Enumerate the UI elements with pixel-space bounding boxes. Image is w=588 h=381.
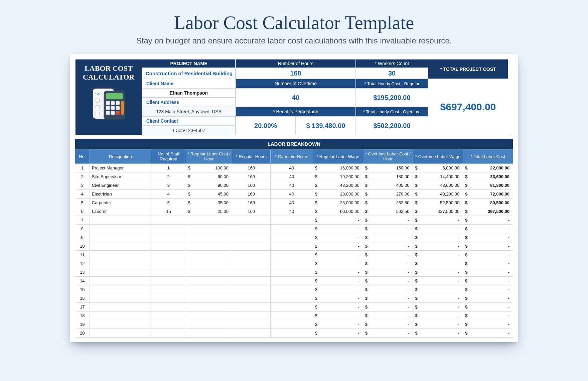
calculator-icon [90,85,127,122]
table-row: 4Electrician445.001604028,800.00270.0043… [75,190,513,199]
breakdown-title: LABOR BREAKDOWN [75,139,513,149]
client-contact-label: Client Contact [142,116,236,126]
cell-reg-hours: 160 [232,190,270,199]
cell-staff [151,242,186,251]
cell-ot-hours: 40 [271,207,313,216]
cell-reg-hours [232,320,270,329]
cell-ot-hours [271,268,313,277]
cell-rate: 25.00 [186,207,232,216]
cell-designation [90,294,151,303]
cell-staff [151,259,186,268]
cell-reg-hours: 160 [232,172,270,181]
cell-no: 11 [75,251,90,259]
cell-no: 14 [75,277,90,285]
cell-ot-rate: 180.00 [363,172,413,181]
cell-designation [90,285,151,294]
svg-rect-9 [116,101,120,105]
cell-ot-wage: - [413,320,463,329]
cell-ot-hours [271,233,313,242]
table-row: 16---- [75,294,513,303]
cell-no: 3 [75,181,90,190]
cell-no: 10 [75,242,90,251]
cell-ot-wage: 43,200.00 [413,190,463,199]
table-row: 19---- [75,320,513,329]
cell-reg-wage: 28,000.00 [313,199,363,207]
cell-ot-wage: - [413,242,463,251]
cell-ot-wage: - [413,285,463,294]
cell-ot-rate: - [363,329,413,338]
cell-no: 18 [75,311,90,320]
hourly-cost-block: * Total Hourly Cost - Regular $195,200.0… [356,79,428,135]
cell-ot-hours [271,285,313,294]
cell-no: 6 [75,207,90,216]
table-row: 7---- [75,216,513,225]
total-cost-label: * TOTAL PROJECT COST [428,59,508,79]
breakdown-header: No. Designation No. of Staff Required * … [75,149,513,164]
cell-designation: Carpenter [90,199,151,207]
cell-ot-hours [271,259,313,268]
cell-rate: 35.00 [186,199,232,207]
cell-ot-rate: 562.50 [363,207,413,216]
table-row: 14---- [75,277,513,285]
cell-ot-rate: - [363,277,413,285]
cell-rate [186,225,232,233]
summary-grid: LABOR COST CALCULATOR [75,59,513,135]
cell-total: - [463,242,513,251]
calculator-title-block: LABOR COST CALCULATOR [75,59,142,135]
svg-rect-6 [106,93,123,99]
cell-ot-rate: 270.00 [363,190,413,199]
svg-rect-10 [106,106,110,110]
cell-staff [151,233,186,242]
cell-total: 33,600.00 [463,172,513,181]
cell-reg-wage: - [313,216,363,225]
cell-ot-hours: 40 [271,172,313,181]
cell-reg-wage: - [313,242,363,251]
table-row: 17---- [75,303,513,311]
cell-ot-hours: 40 [271,181,313,190]
cell-reg-hours [232,251,270,259]
table-row: 1Project Manager1100.001604016,000.00150… [75,164,513,172]
table-row: 13---- [75,268,513,277]
svg-rect-3 [96,105,100,109]
col-ot-wage: * Overtime Labor Wage [413,149,463,164]
cell-ot-rate: - [363,311,413,320]
cell-no: 5 [75,199,90,207]
cell-reg-hours [232,311,270,320]
workers-value: 30 [356,68,428,79]
cell-reg-wage: 19,200.00 [313,172,363,181]
cell-reg-hours: 160 [232,164,270,172]
cell-staff: 5 [151,199,186,207]
cell-reg-wage: - [313,329,363,338]
cell-staff [151,294,186,303]
cell-rate [186,251,232,259]
cell-rate [186,268,232,277]
table-row: 18---- [75,311,513,320]
table-row: 6Laborer1525.001604060,000.00562.50337,5… [75,207,513,216]
cell-reg-hours [232,285,270,294]
cell-no: 7 [75,216,90,225]
table-row: 20---- [75,329,513,338]
svg-rect-7 [106,101,110,105]
cell-reg-hours [232,294,270,303]
cell-ot-wage: - [413,329,463,338]
cell-reg-hours [232,303,270,311]
reg-hourly-label: * Total Hourly Cost - Regular [356,79,428,88]
cell-reg-hours [232,259,270,268]
cell-total: - [463,277,513,285]
cell-designation [90,251,151,259]
cell-total: - [463,303,513,311]
cell-rate [186,311,232,320]
cell-reg-hours [232,329,270,338]
cell-staff [151,303,186,311]
cell-no: 12 [75,259,90,268]
cell-total: - [463,329,513,338]
cell-designation: Electrician [90,190,151,199]
svg-rect-2 [96,99,100,102]
cell-total: 397,500.00 [463,207,513,216]
overtime-value: 40 [236,88,356,107]
cell-ot-wage: 48,600.00 [413,181,463,190]
cell-rate [186,303,232,311]
cell-ot-wage: - [413,216,463,225]
cell-ot-wage: - [413,294,463,303]
cell-ot-wage: 6,000.00 [413,164,463,172]
